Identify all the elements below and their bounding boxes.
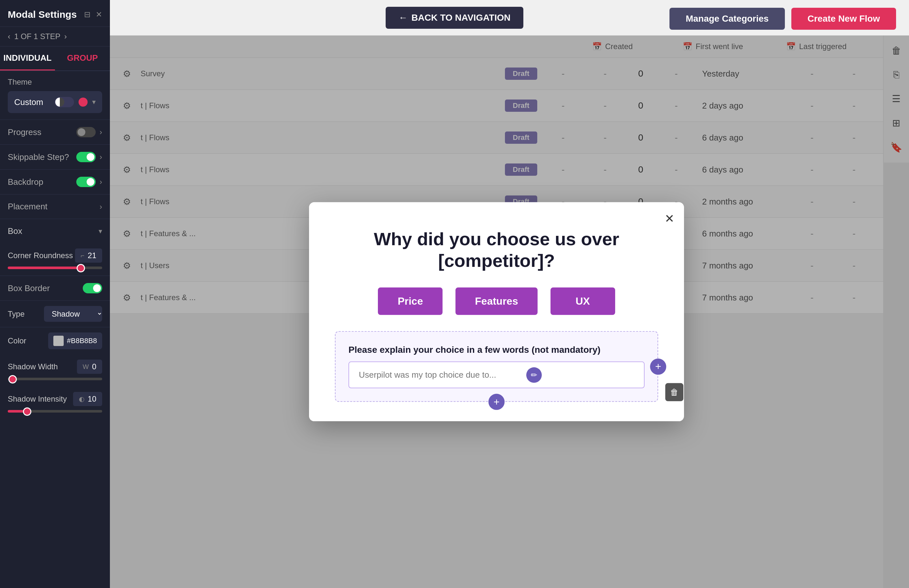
choice-ux-button[interactable]: UX <box>550 288 615 315</box>
corner-roundness-thumb[interactable] <box>77 264 85 272</box>
skippable-chevron-icon[interactable]: › <box>100 152 102 162</box>
modal-title: Why did you choose us over [competitor]? <box>335 228 658 271</box>
theme-value: Custom <box>14 97 43 107</box>
choice-features-button[interactable]: Features <box>456 288 537 315</box>
back-to-navigation-button[interactable]: ← BACK TO NAVIGATION <box>386 7 523 29</box>
progress-label: Progress <box>8 127 41 137</box>
edit-icon[interactable]: ✏ <box>526 367 542 383</box>
placement-chevron-icon[interactable]: › <box>100 202 102 211</box>
shadow-intensity-label: Shadow Intensity <box>8 394 67 404</box>
progress-row: Progress › <box>0 120 110 144</box>
create-new-flow-button[interactable]: Create New Flow <box>791 8 896 30</box>
tab-individual[interactable]: INDIVIDUAL <box>0 47 55 70</box>
next-step-arrow[interactable]: › <box>64 32 67 41</box>
skippable-row: Skippable Step? › <box>0 144 110 169</box>
shadow-intensity-value-box: ◐ 10 <box>73 392 102 406</box>
sidebar-header: Modal Settings ⊟ ✕ <box>0 0 110 27</box>
shadow-width-slider[interactable] <box>8 378 102 380</box>
choice-price-button[interactable]: Price <box>378 288 443 315</box>
top-bar: ← BACK TO NAVIGATION Manage Categories C… <box>0 0 909 36</box>
shadow-intensity-value: 10 <box>87 394 96 404</box>
back-arrow-icon: ← <box>399 13 408 23</box>
progress-toggle[interactable] <box>76 127 96 137</box>
color-swatch <box>53 336 64 346</box>
prev-step-arrow[interactable]: ‹ <box>8 32 10 41</box>
backdrop-row: Backdrop › <box>0 169 110 194</box>
corner-roundness-value-box: ⌐ 21 <box>75 249 102 263</box>
modal-text-container: Please explain your choice in a few word… <box>335 331 658 402</box>
corner-roundness-section: Corner Roundness ⌐ 21 <box>0 243 110 269</box>
color-display[interactable]: #B8B8B8 <box>48 333 102 349</box>
box-label: Box <box>8 226 22 236</box>
box-border-label: Box Border <box>8 283 50 293</box>
shadow-intensity-slider[interactable] <box>8 410 102 413</box>
step-nav: ‹ 1 OF 1 STEP › <box>0 27 110 47</box>
sidebar: Modal Settings ⊟ ✕ ‹ 1 OF 1 STEP › INDIV… <box>0 0 110 588</box>
tab-row: INDIVIDUAL GROUP <box>0 47 110 71</box>
shadow-intensity-thumb[interactable] <box>23 407 31 416</box>
sidebar-header-icons: ⊟ ✕ <box>84 10 102 19</box>
theme-controls: ▾ <box>55 97 96 107</box>
type-select[interactable]: Shadow Solid <box>44 306 102 322</box>
theme-toggle[interactable] <box>55 97 74 107</box>
progress-chevron-icon[interactable]: › <box>100 128 102 137</box>
corner-roundness-slider[interactable] <box>8 267 102 269</box>
modal-text-label: Please explain your choice in a few word… <box>348 345 645 355</box>
corner-roundness-icon: ⌐ <box>81 252 85 259</box>
modal-container: ✕ Why did you choose us over [competitor… <box>110 36 883 588</box>
box-border-row: Box Border <box>0 276 110 300</box>
skippable-label: Skippable Step? <box>8 152 69 162</box>
corner-roundness-row: Corner Roundness ⌐ 21 <box>8 249 102 263</box>
box-row: Box ▾ <box>0 219 110 243</box>
theme-section: Theme Custom ▾ <box>0 71 110 113</box>
manage-categories-button[interactable]: Manage Categories <box>670 8 785 30</box>
top-right-buttons: Manage Categories Create New Flow <box>670 8 896 30</box>
backdrop-label: Backdrop <box>8 177 43 187</box>
placement-label: Placement <box>8 202 47 212</box>
type-label: Type <box>8 310 24 318</box>
theme-pink-toggle[interactable] <box>79 98 87 107</box>
box-chevron-icon[interactable]: ▾ <box>99 227 102 236</box>
shadow-intensity-row: Shadow Intensity ◐ 10 <box>8 392 102 406</box>
modal-text-input[interactable] <box>348 362 645 388</box>
shadow-width-section: Shadow Width W 0 <box>0 354 110 380</box>
box-border-toggle[interactable] <box>83 283 102 293</box>
corner-roundness-label: Corner Roundness <box>8 251 73 260</box>
color-label: Color <box>8 336 26 346</box>
theme-label: Theme <box>8 78 102 87</box>
theme-chevron-icon[interactable]: ▾ <box>92 98 96 106</box>
plus-bottom-button[interactable]: + <box>488 394 505 410</box>
tab-group[interactable]: GROUP <box>55 47 110 70</box>
modal: ✕ Why did you choose us over [competitor… <box>309 202 684 421</box>
color-hex: #B8B8B8 <box>67 337 97 345</box>
shadow-intensity-prefix: ◐ <box>79 395 84 403</box>
pin-icon[interactable]: ⊟ <box>84 10 91 19</box>
placement-row: Placement › <box>0 194 110 219</box>
corner-roundness-value: 21 <box>87 251 96 260</box>
input-wrapper: ✏ <box>348 362 645 388</box>
sidebar-title: Modal Settings <box>8 9 77 20</box>
backdrop-chevron-icon[interactable]: › <box>100 178 102 186</box>
backdrop-toggle[interactable] <box>76 177 96 187</box>
back-btn-label: BACK TO NAVIGATION <box>411 13 510 23</box>
modal-choices: Price Features UX <box>335 288 658 315</box>
modal-text-section: Please explain your choice in a few word… <box>335 331 658 402</box>
shadow-width-label: Shadow Width <box>8 362 58 371</box>
delete-section-button[interactable]: 🗑 <box>665 383 683 401</box>
shadow-width-value-box: W 0 <box>77 360 102 374</box>
shadow-width-thumb[interactable] <box>8 375 17 383</box>
theme-row[interactable]: Custom ▾ <box>8 91 102 113</box>
color-row: Color #B8B8B8 <box>0 327 110 354</box>
toggle-half-icon <box>55 98 64 107</box>
shadow-width-value: 0 <box>92 362 96 371</box>
shadow-width-row: Shadow Width W 0 <box>8 360 102 374</box>
close-icon[interactable]: ✕ <box>96 10 102 19</box>
modal-close-button[interactable]: ✕ <box>665 212 674 226</box>
shadow-width-prefix: W <box>83 363 89 371</box>
step-info: 1 OF 1 STEP <box>14 32 60 41</box>
plus-right-button[interactable]: + <box>650 359 666 375</box>
shadow-intensity-section: Shadow Intensity ◐ 10 <box>0 387 110 413</box>
skippable-toggle[interactable] <box>76 152 96 162</box>
type-row: Type Shadow Solid <box>0 300 110 327</box>
